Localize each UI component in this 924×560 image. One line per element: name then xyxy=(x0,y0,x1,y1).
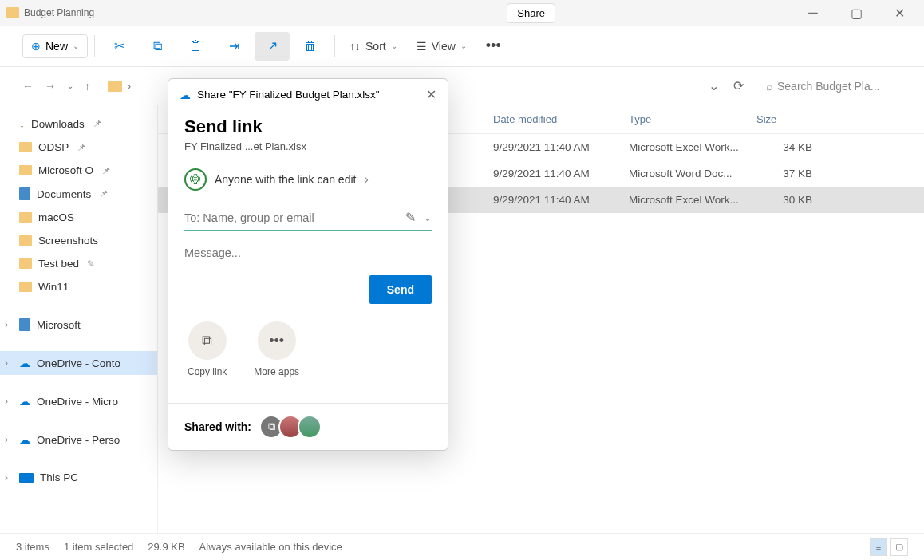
view-dropdown[interactable]: ☰ View ⌄ xyxy=(409,35,475,57)
sidebar-item[interactable]: ODSP📌︎ xyxy=(0,136,157,159)
cut-icon[interactable]: ✂ xyxy=(101,32,136,61)
chevron-right-icon: › xyxy=(5,472,8,483)
chevron-right-icon: › xyxy=(127,79,131,93)
file-type: Microsoft Excel Work... xyxy=(629,194,756,206)
forward-button[interactable]: → xyxy=(45,80,56,93)
refresh-button[interactable]: ⟳ xyxy=(729,73,748,98)
recipient-input[interactable] xyxy=(184,211,397,224)
sidebar[interactable]: ↓Downloads📌︎ODSP📌︎Microsoft O📌︎Documents… xyxy=(0,105,158,560)
plus-icon: ⊕ xyxy=(31,40,41,53)
details-view-button[interactable]: ≡ xyxy=(870,538,887,556)
sidebar-item-label: Screenshots xyxy=(38,235,98,246)
pin-icon: 📌︎ xyxy=(99,188,109,199)
onedrive-icon: ☁ xyxy=(180,89,191,101)
back-button[interactable]: ← xyxy=(22,80,34,93)
pencil-icon[interactable]: ✎ xyxy=(405,210,416,225)
pin-icon: 📌︎ xyxy=(101,165,111,176)
sidebar-item-label: Win11 xyxy=(38,281,69,293)
rename-icon[interactable]: ⇥ xyxy=(216,32,251,61)
share-icon[interactable]: ↗ xyxy=(255,32,290,61)
window-title: Budget Planning xyxy=(24,7,94,18)
sidebar-group-item[interactable]: ›☁OneDrive - Micro xyxy=(0,389,157,413)
sidebar-item[interactable]: Microsoft O📌︎ xyxy=(0,159,157,182)
sidebar-group-item[interactable]: ›☁OneDrive - Conto xyxy=(0,351,157,375)
sidebar-item[interactable]: macOS xyxy=(0,206,157,229)
status-availability: Always available on this device xyxy=(199,541,342,553)
copy-link-button[interactable]: ⧉ Copy link xyxy=(188,321,227,377)
col-type[interactable]: Type xyxy=(629,113,756,125)
sidebar-item-label: Test bed xyxy=(38,258,79,270)
share-tab[interactable]: Share xyxy=(507,3,555,23)
cloud-icon: ☁ xyxy=(19,395,30,408)
cloud-icon: ☁ xyxy=(19,433,30,446)
search-input[interactable]: ⌕ Search Budget Pla... xyxy=(758,75,902,97)
sidebar-group-item[interactable]: ›☁OneDrive - Perso xyxy=(0,428,157,452)
folder-icon xyxy=(19,212,32,223)
sidebar-item[interactable]: Win11 xyxy=(0,275,157,298)
sidebar-item-label: macOS xyxy=(38,211,74,223)
sidebar-group-item[interactable]: ›Microsoft xyxy=(0,313,157,337)
status-size: 29.9 KB xyxy=(148,541,184,553)
copy-icon[interactable]: ⧉ xyxy=(140,32,175,61)
document-icon xyxy=(19,318,30,331)
chevron-right-icon: › xyxy=(364,172,368,187)
chevron-right-icon: › xyxy=(5,396,8,407)
pin-icon: 📌︎ xyxy=(93,118,102,129)
close-button[interactable]: ✕ xyxy=(881,0,918,26)
folder-icon xyxy=(19,282,32,292)
nav-expand-icon[interactable]: ⌄ xyxy=(709,78,719,93)
avatar[interactable] xyxy=(298,415,322,439)
grid-view-button[interactable]: ▢ xyxy=(890,538,908,556)
toolbar-divider xyxy=(334,35,335,57)
share-dialog: ☁ Share "FY Finalized Budget Plan.xlsx" … xyxy=(168,78,448,451)
minimize-button[interactable]: ─ xyxy=(795,0,831,26)
file-type: Microsoft Word Doc... xyxy=(629,168,756,179)
close-icon[interactable]: ✕ xyxy=(426,87,436,102)
folder-icon xyxy=(19,258,32,269)
permission-selector[interactable]: 🌐︎ Anyone with the link can edit › xyxy=(184,168,432,191)
pc-icon xyxy=(19,473,34,483)
shared-with-label: Shared with: xyxy=(184,420,251,433)
sidebar-item-label: OneDrive - Micro xyxy=(37,396,118,408)
maximize-button[interactable]: ▢ xyxy=(838,0,875,26)
folder-icon xyxy=(19,165,32,175)
new-button[interactable]: ⊕ New ⌄ xyxy=(22,34,88,58)
more-button[interactable]: ••• xyxy=(478,33,509,59)
more-apps-button[interactable]: ••• More apps xyxy=(254,321,299,377)
pin-icon: 📌︎ xyxy=(77,142,86,153)
col-size[interactable]: Size xyxy=(756,113,836,125)
chevron-right-icon: › xyxy=(5,357,8,369)
up-button[interactable]: ↑ xyxy=(85,80,90,93)
sidebar-item-label: OneDrive - Conto xyxy=(37,357,120,369)
chevron-right-icon: › xyxy=(5,434,8,445)
new-label: New xyxy=(45,40,68,53)
sidebar-item[interactable]: Screenshots xyxy=(0,229,157,252)
dialog-subheading: FY Finalized ...et Plan.xlsx xyxy=(184,140,432,152)
sidebar-item-label: Microsoft xyxy=(37,319,81,331)
file-type: Microsoft Excel Work... xyxy=(629,141,756,153)
sidebar-item-label: Microsoft O xyxy=(38,164,93,176)
download-icon: ↓ xyxy=(19,117,25,130)
search-icon: ⌕ xyxy=(766,80,772,93)
view-icon: ☰ xyxy=(417,40,427,53)
sidebar-group-item[interactable]: ›This PC xyxy=(0,466,157,489)
cloud-icon: ☁ xyxy=(19,357,30,369)
pencil-icon: ✎ xyxy=(87,258,95,270)
link-icon: ⧉ xyxy=(188,321,227,360)
delete-icon[interactable]: 🗑︎ xyxy=(293,32,328,61)
dialog-title: Share "FY Finalized Budget Plan.xlsx" xyxy=(197,89,379,101)
sort-dropdown[interactable]: ↑↓ Sort ⌄ xyxy=(342,35,405,57)
sidebar-item[interactable]: Test bed✎ xyxy=(0,252,157,275)
toolbar-divider xyxy=(94,35,95,57)
sidebar-item[interactable]: Documents📌︎ xyxy=(0,182,157,206)
message-input[interactable] xyxy=(184,246,432,259)
chevron-down-icon[interactable]: ⌄ xyxy=(67,81,73,90)
send-button[interactable]: Send xyxy=(369,275,432,304)
chevron-down-icon[interactable]: ⌄ xyxy=(424,212,432,223)
file-size: 34 KB xyxy=(756,141,836,153)
sidebar-item-label: Downloads xyxy=(31,118,85,130)
col-date[interactable]: Date modified xyxy=(493,113,629,125)
paste-icon[interactable]: 📋︎ xyxy=(178,32,213,61)
sort-icon: ↑↓ xyxy=(349,40,361,53)
sidebar-item[interactable]: ↓Downloads📌︎ xyxy=(0,112,157,136)
